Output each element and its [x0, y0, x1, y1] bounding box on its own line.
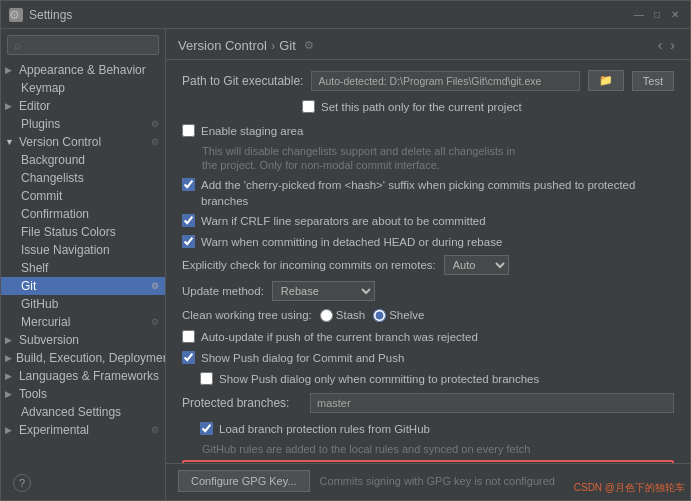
- maximize-button[interactable]: □: [650, 8, 664, 22]
- enable-staging-checkbox[interactable]: [182, 124, 195, 137]
- show-push-label: Show Push dialog for Commit and Push: [201, 350, 404, 366]
- window-controls: — □ ✕: [632, 8, 682, 22]
- cherry-pick-checkbox[interactable]: [182, 178, 195, 191]
- config-icon: ⚙: [151, 425, 159, 435]
- arrow-icon: ▶: [5, 353, 12, 363]
- sidebar-item-label: Version Control: [19, 135, 101, 149]
- show-push-protected-row: Show Push dialog only when committing to…: [200, 371, 674, 387]
- github-rules-hint: GitHub rules are added to the local rule…: [202, 442, 674, 456]
- breadcrumb-part1: Version Control: [178, 38, 267, 53]
- sidebar-item-label: Advanced Settings: [21, 405, 121, 419]
- set-path-checkbox[interactable]: [302, 100, 315, 113]
- arrow-icon: ▶: [5, 65, 15, 75]
- clean-working-tree-label: Clean working tree using:: [182, 307, 312, 323]
- cherry-pick-row: Add the 'cherry-picked from <hash>' suff…: [182, 177, 674, 209]
- arrow-icon: ▼: [5, 137, 15, 147]
- sidebar-item-label: GitHub: [21, 297, 58, 311]
- load-branch-protection-checkbox[interactable]: [200, 422, 213, 435]
- show-push-row: Show Push dialog for Commit and Push: [182, 350, 674, 366]
- sidebar-item-editor[interactable]: ▶ Editor: [1, 97, 165, 115]
- warn-detached-row: Warn when committing in detached HEAD or…: [182, 234, 674, 250]
- breadcrumb-config-icon: ⚙: [304, 39, 314, 52]
- sidebar-item-issue-navigation[interactable]: Issue Navigation: [1, 241, 165, 259]
- update-method-label: Update method:: [182, 283, 264, 299]
- shelve-radio-label[interactable]: Shelve: [373, 309, 424, 322]
- stash-radio[interactable]: [320, 309, 333, 322]
- config-icon: ⚙: [151, 137, 159, 147]
- sidebar-item-label: Keymap: [21, 81, 65, 95]
- bottom-bar: ?: [1, 470, 165, 500]
- sidebar-item-languages[interactable]: ▶ Languages & Frameworks: [1, 367, 165, 385]
- minimize-button[interactable]: —: [632, 8, 646, 22]
- sidebar-item-appearance[interactable]: ▶ Appearance & Behavior: [1, 61, 165, 79]
- shelve-radio[interactable]: [373, 309, 386, 322]
- nav-forward-button[interactable]: ›: [667, 37, 678, 53]
- sidebar-item-git[interactable]: Git ⚙: [1, 277, 165, 295]
- explicitly-check-row: Explicitly check for incoming commits on…: [182, 255, 674, 275]
- protected-branches-label: Protected branches:: [182, 396, 302, 410]
- sidebar-item-mercurial[interactable]: Mercurial ⚙: [1, 313, 165, 331]
- update-method-select[interactable]: Rebase Merge Branch Default: [272, 281, 375, 301]
- sidebar-item-background[interactable]: Background: [1, 151, 165, 169]
- help-button[interactable]: ?: [13, 474, 31, 492]
- window-icon: ⚙: [9, 8, 23, 22]
- stash-radio-label[interactable]: Stash: [320, 309, 365, 322]
- staging-hint: This will disable changelists support an…: [202, 144, 674, 173]
- enable-staging-row: Enable staging area: [182, 123, 674, 139]
- sidebar-item-file-status-colors[interactable]: File Status Colors: [1, 223, 165, 241]
- sidebar-item-label: Issue Navigation: [21, 243, 110, 257]
- close-button[interactable]: ✕: [668, 8, 682, 22]
- gpg-status-text: Commits signing with GPG key is not conf…: [320, 475, 555, 487]
- sidebar-item-experimental[interactable]: ▶ Experimental ⚙: [1, 421, 165, 439]
- warn-crlf-row: Warn if CRLF line separators are about t…: [182, 213, 674, 229]
- sidebar-item-label: Shelf: [21, 261, 48, 275]
- load-branch-protection-row: Load branch protection rules from GitHub: [200, 421, 674, 437]
- sidebar-item-label: Commit: [21, 189, 62, 203]
- panel-body: Path to Git executable: 📁 Test Set this …: [166, 60, 690, 463]
- sidebar-item-tools[interactable]: ▶ Tools: [1, 385, 165, 403]
- browse-button[interactable]: 📁: [588, 70, 624, 91]
- sidebar-search-box: [1, 29, 165, 59]
- explicitly-check-label: Explicitly check for incoming commits on…: [182, 257, 436, 273]
- config-icon: ⚙: [151, 281, 159, 291]
- shelve-label: Shelve: [389, 309, 424, 321]
- set-path-checkbox-row: Set this path only for the current proje…: [302, 99, 674, 115]
- auto-update-checkbox[interactable]: [182, 330, 195, 343]
- auto-update-row: Auto-update if push of the current branc…: [182, 329, 674, 345]
- sidebar-item-build[interactable]: ▶ Build, Execution, Deployment: [1, 349, 165, 367]
- sidebar-item-commit[interactable]: Commit: [1, 187, 165, 205]
- git-executable-row: Path to Git executable: 📁 Test: [182, 70, 674, 91]
- sidebar-item-label: Background: [21, 153, 85, 167]
- arrow-icon: ▶: [5, 389, 15, 399]
- sidebar-item-confirmation[interactable]: Confirmation: [1, 205, 165, 223]
- sidebar-item-plugins[interactable]: Plugins ⚙: [1, 115, 165, 133]
- sidebar-item-github[interactable]: GitHub: [1, 295, 165, 313]
- configure-gpg-button[interactable]: Configure GPG Key...: [178, 470, 310, 492]
- search-input[interactable]: [7, 35, 159, 55]
- auto-update-label: Auto-update if push of the current branc…: [201, 329, 478, 345]
- warn-crlf-label: Warn if CRLF line separators are about t…: [201, 213, 486, 229]
- sidebar-item-shelf[interactable]: Shelf: [1, 259, 165, 277]
- sidebar-item-advanced-settings[interactable]: Advanced Settings: [1, 403, 165, 421]
- breadcrumb: Version Control › Git ⚙: [178, 38, 314, 53]
- watermark: CSDN @月色下的独轮车: [574, 481, 685, 495]
- sidebar-item-changelists[interactable]: Changelists: [1, 169, 165, 187]
- show-push-protected-checkbox[interactable]: [200, 372, 213, 385]
- title-bar: ⚙ Settings — □ ✕: [1, 1, 690, 29]
- git-executable-input[interactable]: [311, 71, 579, 91]
- nav-back-button[interactable]: ‹: [655, 37, 666, 53]
- warn-detached-checkbox[interactable]: [182, 235, 195, 248]
- sidebar-item-subversion[interactable]: ▶ Subversion: [1, 331, 165, 349]
- show-push-checkbox[interactable]: [182, 351, 195, 364]
- set-path-label: Set this path only for the current proje…: [321, 99, 522, 115]
- sidebar-item-label: Subversion: [19, 333, 79, 347]
- sidebar-item-label: Git: [21, 279, 36, 293]
- protected-branches-input[interactable]: [310, 393, 674, 413]
- test-button[interactable]: Test: [632, 71, 674, 91]
- sidebar-item-version-control[interactable]: ▼ Version Control ⚙: [1, 133, 165, 151]
- warn-crlf-checkbox[interactable]: [182, 214, 195, 227]
- panel-header: Version Control › Git ⚙ ‹ ›: [166, 29, 690, 60]
- sidebar-item-label: Tools: [19, 387, 47, 401]
- explicitly-check-select[interactable]: Auto Always Never: [444, 255, 509, 275]
- sidebar-item-keymap[interactable]: Keymap: [1, 79, 165, 97]
